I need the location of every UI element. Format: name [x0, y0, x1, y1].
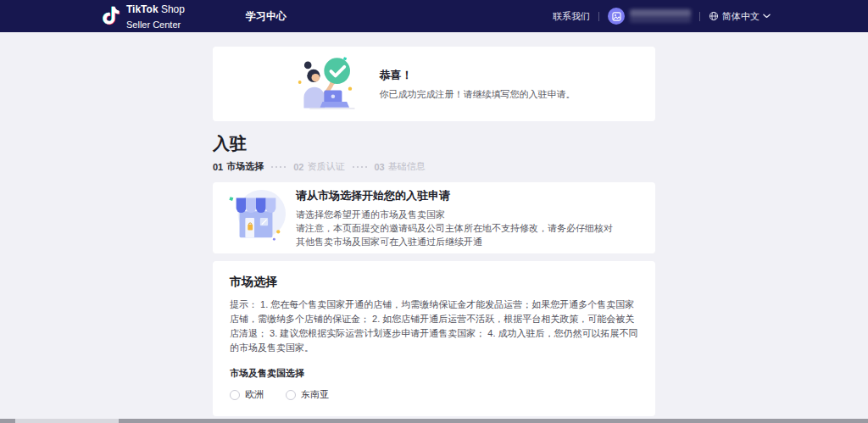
market-card-title: 市场选择	[230, 275, 638, 290]
step-market-selection: 01 市场选择	[213, 160, 264, 173]
market-tips: 提示： 1. 您在每个售卖国家开通的店铺，均需缴纳保证金才能发品运营；如果您开通…	[230, 298, 638, 355]
intro-line: 请选择您希望开通的市场及售卖国家	[296, 208, 613, 221]
step-separator-dots	[353, 166, 367, 168]
intro-line: 其他售卖市场及国家可在入驻通过后继续开通	[296, 235, 613, 248]
horizontal-scrollbar[interactable]	[0, 419, 868, 423]
radio-option-europe[interactable]: 欧洲	[230, 388, 264, 401]
radio-option-southeast-asia[interactable]: 东南亚	[286, 388, 329, 401]
intro-card: 请从市场选择开始您的入驻申请 请选择您希望开通的市场及售卖国家 请注意，本页面提…	[213, 182, 655, 253]
image-placeholder-icon	[612, 12, 621, 21]
intro-line: 请注意，本页面提交的邀请码及公司主体所在地不支持修改，请务必仔细核对	[296, 221, 613, 235]
contact-us-link[interactable]: 联系我们	[553, 10, 590, 23]
check-circle-illustration	[293, 51, 368, 117]
tiktok-shop-logo[interactable]: TikTok Shop Seller Center	[100, 1, 185, 31]
congrats-text: 恭喜！ 你已成功完成注册！请继续填写您的入驻申请。	[380, 68, 576, 101]
market-selection-card: 市场选择 提示： 1. 您在每个售卖国家开通的店铺，均需缴纳保证金才能发品运营；…	[213, 261, 655, 416]
step-indicator: 01 市场选择 02 资质认证 03 基础信息	[213, 160, 655, 173]
chevron-down-icon	[763, 14, 771, 19]
storefront-illustration	[223, 186, 289, 249]
market-selection-label: 市场及售卖国选择	[230, 367, 638, 380]
navbar-right-group: 联系我们 简体中文	[553, 8, 771, 25]
market-radio-group: 欧洲 东南亚	[230, 388, 638, 401]
language-switcher[interactable]: 简体中文	[709, 10, 771, 23]
radio-circle	[230, 390, 240, 400]
language-label: 简体中文	[722, 10, 760, 23]
step-qualification: 02 资质认证	[293, 160, 344, 173]
divider	[598, 12, 599, 21]
step-separator-dots	[271, 166, 286, 168]
divider	[699, 12, 700, 21]
congrats-title: 恭喜！	[380, 68, 576, 83]
main-content: 恭喜！ 你已成功完成注册！请继续填写您的入驻申请。 入驻 01 市场选择 02 …	[213, 32, 655, 423]
radio-circle	[286, 390, 296, 400]
intro-title: 请从市场选择开始您的入驻申请	[296, 188, 613, 203]
intro-text: 请从市场选择开始您的入驻申请 请选择您希望开通的市场及售卖国家 请注意，本页面提…	[296, 188, 613, 248]
top-navbar: TikTok Shop Seller Center 学习中心 联系我们	[0, 0, 868, 32]
username-redacted	[630, 9, 691, 23]
page-title: 入驻	[213, 132, 655, 155]
congrats-card: 恭喜！ 你已成功完成注册！请继续填写您的入驻申请。	[213, 47, 655, 121]
nav-item-learning-center[interactable]: 学习中心	[246, 9, 287, 24]
step-basic-info: 03 基础信息	[375, 160, 426, 173]
onboarding-header: 入驻 01 市场选择 02 资质认证 03 基础信息	[213, 132, 655, 173]
logo-text: TikTok Shop Seller Center	[126, 1, 185, 31]
congrats-subtitle: 你已成功完成注册！请继续填写您的入驻申请。	[380, 88, 576, 101]
avatar[interactable]	[608, 8, 625, 25]
tiktok-note-icon	[100, 4, 121, 29]
globe-icon	[709, 11, 719, 21]
scrollbar-thumb[interactable]	[15, 419, 119, 423]
account-menu[interactable]	[608, 8, 691, 25]
